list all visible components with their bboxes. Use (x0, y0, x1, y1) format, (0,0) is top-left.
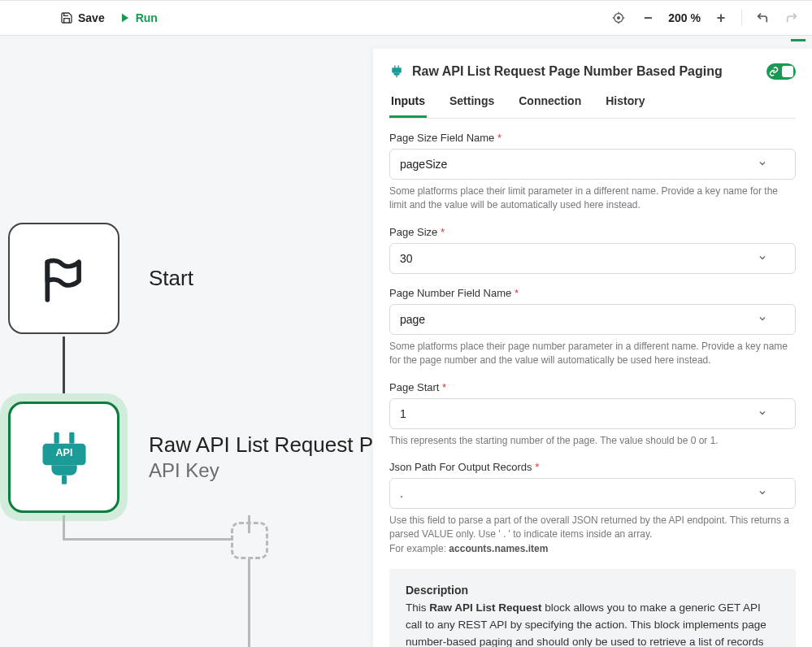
panel-title: Raw API List Request Page Number Based P… (412, 64, 723, 79)
select-json-path[interactable]: . (389, 478, 796, 509)
tab-settings[interactable]: Settings (448, 94, 496, 118)
svg-rect-8 (69, 432, 74, 443)
chevron-down-icon (758, 313, 767, 326)
api-panel-icon (389, 64, 404, 79)
svg-rect-11 (394, 65, 395, 67)
help-page-start: This represents the starting number of t… (389, 434, 796, 448)
label-page-start: Page Start * (389, 381, 796, 393)
zoom-in-button[interactable]: + (712, 9, 730, 27)
node-start-box[interactable] (8, 223, 119, 334)
undo-button[interactable] (753, 9, 771, 27)
svg-text:API: API (55, 447, 72, 458)
save-label: Save (78, 11, 105, 24)
node-api-box[interactable]: API (8, 402, 119, 513)
label-page-size: Page Size * (389, 226, 796, 238)
chevron-down-icon (758, 487, 767, 500)
locate-button[interactable] (610, 9, 627, 27)
play-icon (119, 12, 131, 24)
save-icon (60, 11, 73, 24)
select-page-number-field-name[interactable]: page (389, 304, 796, 335)
svg-rect-14 (396, 76, 397, 78)
chevron-down-icon (758, 158, 767, 171)
description-title: Description (406, 584, 779, 597)
svg-rect-13 (392, 67, 402, 72)
undo-icon (756, 11, 769, 24)
help-page-number-field-name: Some platforms place their page number p… (389, 340, 796, 368)
select-page-size-field-name[interactable]: pageSize (389, 149, 796, 180)
label-json-path: Json Path For Output Records * (389, 461, 796, 473)
api-plug-icon: API (33, 426, 96, 489)
connector-line (63, 538, 233, 541)
panel-body[interactable]: Page Size Field Name * pageSize Some pla… (373, 119, 812, 647)
toolbar: Save Run − 200 % + (0, 0, 812, 36)
tab-connection[interactable]: Connection (517, 94, 583, 118)
node-start[interactable]: Start (8, 223, 193, 334)
run-label: Run (136, 11, 158, 24)
svg-point-6 (618, 17, 620, 20)
help-json-path: Use this field to parse a part of the ov… (389, 514, 796, 556)
tab-history[interactable]: History (604, 94, 646, 118)
select-page-size[interactable]: 30 (389, 243, 796, 274)
chevron-down-icon (758, 252, 767, 265)
node-start-title: Start (149, 266, 193, 291)
tab-inputs[interactable]: Inputs (389, 94, 427, 118)
panel-tabs: Inputs Settings Connection History (389, 94, 796, 119)
description-box: Description This Raw API List Request bl… (389, 569, 796, 647)
panel-toggle[interactable] (766, 63, 796, 80)
flag-icon (39, 254, 89, 304)
node-api-title: Raw API List Request Pag (149, 432, 397, 458)
properties-panel: Raw API List Request Page Number Based P… (373, 49, 812, 647)
node-api[interactable]: API Raw API List Request Pag API Key (8, 402, 397, 513)
svg-marker-0 (122, 14, 128, 23)
zoom-level: 200 % (668, 11, 701, 24)
zoom-out-button[interactable]: − (639, 9, 657, 27)
chevron-down-icon (758, 407, 767, 420)
svg-rect-7 (54, 432, 59, 443)
placeholder-node[interactable] (231, 522, 268, 559)
svg-rect-12 (397, 65, 398, 67)
svg-rect-9 (61, 475, 66, 484)
description-text: This Raw API List Request block allows y… (406, 600, 779, 647)
link-icon (769, 67, 779, 76)
save-button[interactable]: Save (55, 8, 110, 28)
label-page-size-field-name: Page Size Field Name * (389, 132, 796, 144)
select-page-start[interactable]: 1 (389, 398, 796, 429)
target-icon (612, 11, 625, 24)
redo-icon (785, 11, 798, 24)
node-api-subtitle: API Key (149, 459, 397, 482)
connector-line (248, 559, 250, 647)
minimize-panel-button[interactable] (791, 39, 805, 41)
redo-button[interactable] (783, 9, 801, 27)
help-page-size-field-name: Some platforms place their limit paramet… (389, 185, 796, 213)
run-button[interactable]: Run (115, 8, 163, 28)
connector-line (63, 515, 65, 540)
label-page-number-field-name: Page Number Field Name * (389, 287, 796, 299)
